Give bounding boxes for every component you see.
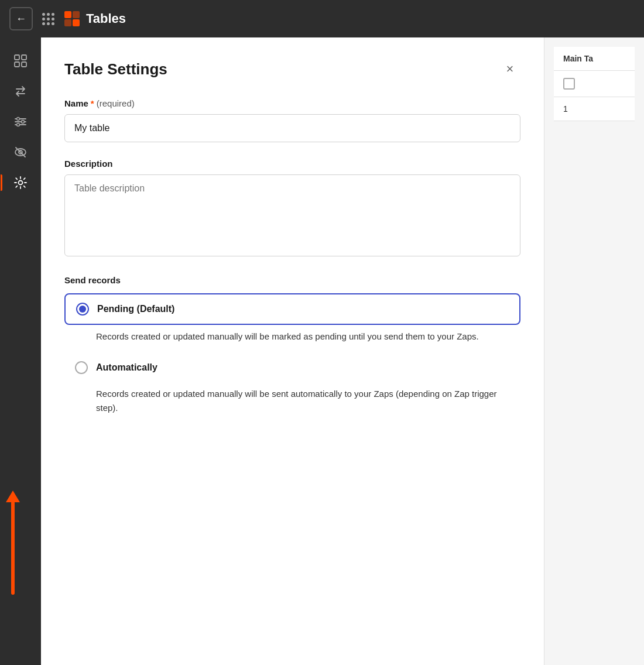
description-textarea[interactable]: [64, 174, 520, 256]
sidebar-item-filter[interactable]: [6, 108, 35, 136]
svg-point-13: [17, 124, 20, 126]
modal-header: Table Settings ×: [64, 59, 520, 80]
svg-rect-6: [15, 62, 19, 67]
back-button[interactable]: ←: [9, 7, 33, 30]
arrow-shaft: [11, 501, 15, 595]
sidebar-item-apps[interactable]: [6, 47, 35, 75]
svg-rect-0: [64, 11, 71, 18]
svg-point-11: [17, 118, 20, 121]
settings-icon: [14, 176, 27, 189]
logo: Tables: [64, 11, 126, 27]
svg-rect-5: [22, 55, 26, 60]
required-text: (required): [97, 98, 135, 108]
transfer-icon: [14, 85, 27, 98]
svg-rect-2: [64, 19, 71, 26]
radio-option-pending[interactable]: Pending (Default): [64, 293, 520, 325]
radio-option-automatically[interactable]: Automatically: [64, 353, 520, 382]
svg-rect-4: [15, 55, 19, 60]
modal-close-button[interactable]: ×: [499, 59, 520, 80]
table-cell-row-number: 1: [554, 97, 635, 121]
zapier-logo-icon: [64, 11, 80, 27]
topbar: ← Tables: [0, 0, 644, 37]
name-field-label: Name * (required): [64, 98, 520, 108]
svg-point-17: [19, 181, 23, 185]
svg-rect-1: [73, 11, 80, 18]
content-area: Table Settings × Name * (required) Descr…: [41, 37, 644, 665]
table-cell-checkbox: [554, 71, 635, 97]
row-checkbox[interactable]: [563, 78, 575, 90]
arrow-annotation: [6, 491, 20, 595]
main-layout: Table Settings × Name * (required) Descr…: [0, 37, 644, 665]
radio-description-pending: Records created or updated manually will…: [96, 330, 520, 344]
svg-point-12: [22, 121, 25, 124]
filter-icon: [14, 115, 27, 128]
radio-label-automatically: Automatically: [96, 362, 157, 373]
radio-description-automatically: Records created or updated manually will…: [96, 387, 520, 415]
description-field-label: Description: [64, 159, 520, 169]
name-input[interactable]: [64, 114, 520, 142]
sidebar-item-settings[interactable]: [6, 169, 35, 197]
svg-rect-7: [22, 62, 26, 67]
required-star: *: [91, 98, 94, 108]
modal-title: Table Settings: [64, 60, 167, 78]
hidden-icon: [14, 146, 27, 159]
svg-rect-3: [73, 19, 80, 26]
apps-icon: [14, 54, 27, 67]
sidebar-item-hidden[interactable]: [6, 138, 35, 166]
sidebar-item-transfer[interactable]: [6, 77, 35, 105]
send-records-label: Send records: [64, 275, 520, 285]
right-panel: Main Ta 1: [544, 37, 644, 665]
apps-grid-icon[interactable]: [42, 13, 54, 25]
app-title: Tables: [86, 11, 126, 26]
arrow-head: [6, 491, 20, 502]
radio-label-pending: Pending (Default): [97, 304, 174, 314]
sidebar: [0, 37, 41, 665]
radio-circle-pending: [76, 303, 89, 316]
modal-panel: Table Settings × Name * (required) Descr…: [41, 37, 544, 665]
right-panel-header: Main Ta: [554, 47, 635, 71]
back-icon: ←: [16, 13, 26, 25]
radio-circle-automatically: [75, 361, 88, 374]
